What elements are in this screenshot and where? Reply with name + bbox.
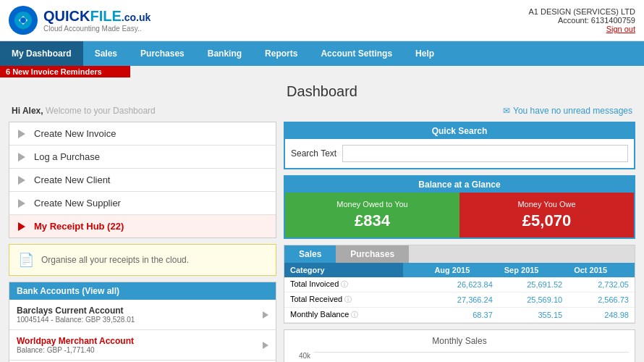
header: QUICKFILE.co.uk Cloud Accounting Made Ea… [0, 0, 644, 41]
notification-reminders[interactable]: 6 New Invoice Reminders [0, 66, 130, 77]
chevron-right-icon [263, 342, 268, 349]
account-name: A1 DESIGN (SERVICES) LTD [528, 7, 635, 16]
search-input[interactable] [342, 145, 628, 162]
bank-worldpay[interactable]: Worldpay Merchant Account Balance: GBP -… [9, 330, 276, 361]
bank-info: Worldpay Merchant Account Balance: GBP -… [17, 336, 134, 354]
logo-area: QUICKFILE.co.uk Cloud Accounting Made Ea… [9, 6, 151, 35]
balance-you-owe-label: Money You Owe [467, 200, 627, 209]
row-sep: 25,569.10 [499, 292, 568, 308]
col-category: Category [284, 263, 403, 277]
balance-owed-to-you: Money Owed to You £834 [285, 193, 459, 237]
chart-bars-area: Aug 2015 Sep 2015 Oct 2015 [313, 352, 629, 362]
bank-info: Barclays Current Account 10045144 - Bala… [17, 306, 135, 324]
chart-title: Monthly Sales [290, 336, 629, 346]
row-nav [403, 277, 429, 292]
arrow-icon [18, 130, 25, 138]
table-row: Total Invoiced ⓘ 26,623.84 25,691.52 2,7… [284, 277, 635, 292]
row-label: Total Received ⓘ [284, 292, 403, 308]
action-label: Create New Invoice [34, 128, 116, 139]
quick-search-body: Search Text [285, 139, 634, 168]
action-create-invoice[interactable]: Create New Invoice [9, 122, 276, 146]
page-title: Dashboard [0, 77, 644, 103]
logo-quick: QUICK [43, 8, 90, 24]
table-row: Total Received ⓘ 27,366.24 25,569.10 2,5… [284, 292, 635, 308]
right-panel: Quick Search Search Text Balance at a Gl… [284, 122, 635, 362]
document-icon: 📄 [18, 252, 34, 268]
balance-you-owe: Money You Owe £5,070 [459, 193, 634, 237]
col-nav[interactable] [403, 263, 429, 277]
arrow-icon [18, 176, 25, 185]
action-receipt-hub[interactable]: My Receipt Hub (22) [9, 215, 276, 237]
action-label: My Receipt Hub (22) [34, 221, 124, 232]
balance-owed-amount: £834 [292, 211, 452, 230]
row-nav [403, 292, 429, 308]
bank-name: Barclays Current Account [17, 306, 135, 316]
row-oct: 2,566.73 [568, 292, 635, 308]
balance-owed-label: Money Owed to You [292, 200, 452, 209]
logo-icon [9, 6, 38, 35]
bank-name: Worldpay Merchant Account [17, 336, 134, 346]
receipt-organiser-box: 📄 Organise all your receipts in the clou… [9, 244, 276, 276]
nav-my-dashboard[interactable]: My Dashboard [0, 41, 83, 66]
nav-reports[interactable]: Reports [253, 41, 309, 66]
receipt-organiser-text: Organise all your receipts in the cloud. [41, 255, 189, 265]
content-area: Create New Invoice Log a Purchase Create… [0, 122, 644, 362]
quick-search-box: Quick Search Search Text [284, 122, 635, 169]
row-nav [403, 308, 429, 323]
action-log-purchase[interactable]: Log a Purchase [9, 146, 276, 169]
col-oct: Oct 2015 [568, 263, 635, 277]
left-panel: Create New Invoice Log a Purchase Create… [9, 122, 276, 362]
action-create-supplier[interactable]: Create New Supplier [9, 192, 276, 215]
main-nav: My Dashboard Sales Purchases Banking Rep… [0, 41, 644, 66]
table-row: Monthly Balance ⓘ 68.37 355.15 248.98 [284, 308, 635, 323]
welcome-bar: Hi Alex, Welcome to your Dashboard ✉ You… [0, 103, 644, 122]
arrow-icon [18, 199, 25, 208]
chart-container: 40k 20k 0k Aug 2015 [290, 352, 629, 362]
main-content: 6 New Invoice Reminders Dashboard Hi Ale… [0, 66, 644, 362]
logo-tagline: Cloud Accounting Made Easy.. [43, 25, 151, 33]
welcome-message: Hi Alex, Welcome to your Dashboard [12, 106, 156, 116]
nav-account-settings[interactable]: Account Settings [309, 41, 404, 66]
bank-detail: 10045144 - Balance: GBP 39,528.01 [17, 316, 135, 324]
bank-detail: Balance: GBP -1,771.40 [17, 346, 134, 354]
messages-link[interactable]: ✉ You have no unread messages [503, 106, 632, 116]
nav-help[interactable]: Help [404, 41, 446, 66]
nav-banking[interactable]: Banking [196, 41, 253, 66]
logo-text: QUICKFILE.co.uk Cloud Accounting Made Ea… [43, 8, 151, 33]
chevron-right-icon [263, 311, 268, 319]
bank-barclays[interactable]: Barclays Current Account 10045144 - Bala… [9, 300, 276, 330]
nav-sales[interactable]: Sales [83, 41, 129, 66]
welcome-sub: Welcome to your Dashboard [46, 106, 156, 116]
sign-out-link[interactable]: Sign out [528, 25, 635, 33]
messages-text: You have no unread messages [513, 106, 632, 116]
balance-box: Balance at a Glance Money Owed to You £8… [284, 175, 635, 239]
arrow-icon-red [18, 222, 25, 231]
tab-sales[interactable]: Sales [284, 245, 336, 263]
info-icon: ⓘ [351, 311, 358, 319]
arrow-icon [18, 153, 25, 161]
header-account-info: A1 DESIGN (SERVICES) LTD Account: 613140… [528, 7, 635, 33]
prev-arrow-icon[interactable] [409, 267, 415, 274]
row-label: Monthly Balance ⓘ [284, 308, 403, 323]
search-label: Search Text [291, 148, 336, 159]
logo-file: FILE [90, 8, 121, 24]
bank-section: Bank Accounts (View all) Barclays Curren… [9, 282, 276, 362]
col-sep: Sep 2015 [499, 263, 568, 277]
row-aug: 68.37 [428, 308, 498, 323]
row-sep: 25,691.52 [499, 277, 568, 292]
sales-purchases-table: Sales Purchases Category Aug 2015 Sep 20… [284, 245, 635, 324]
info-icon: ⓘ [341, 280, 348, 288]
nav-purchases[interactable]: Purchases [129, 41, 196, 66]
action-create-client[interactable]: Create New Client [9, 169, 276, 192]
tab-spacer [409, 245, 635, 263]
balance-header: Balance at a Glance [285, 177, 634, 193]
row-oct: 248.98 [568, 308, 635, 323]
row-label: Total Invoiced ⓘ [284, 277, 403, 292]
bank-section-header: Bank Accounts (View all) [9, 282, 276, 300]
welcome-name: Hi Alex, [12, 106, 43, 116]
row-aug: 27,366.24 [428, 292, 498, 308]
info-icon: ⓘ [344, 295, 352, 303]
tab-purchases[interactable]: Purchases [336, 245, 409, 263]
logo-domain: .co.uk [122, 12, 151, 23]
balance-you-owe-amount: £5,070 [467, 211, 627, 230]
